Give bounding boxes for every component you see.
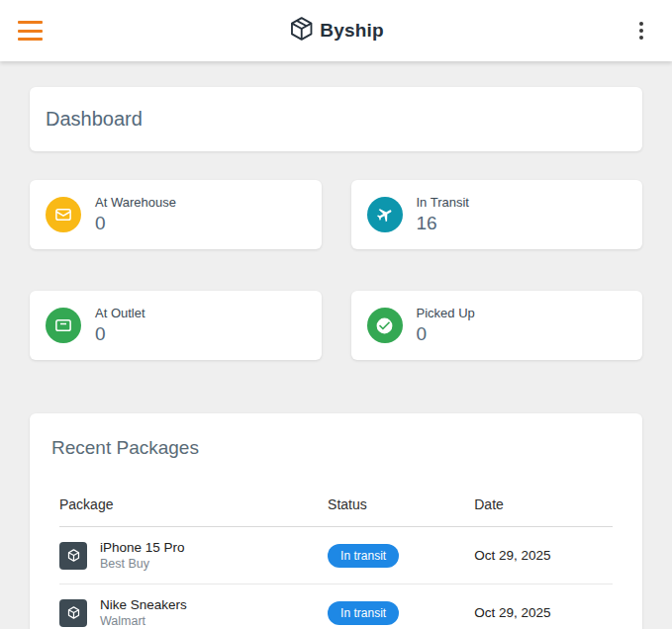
stat-card-at-outlet: At Outlet 0: [30, 291, 322, 360]
plane-icon: [367, 197, 403, 232]
stats-grid: At Warehouse 0 In Transit 16: [30, 180, 642, 360]
package-name: iPhone 15 Pro: [100, 540, 185, 555]
archive-icon: [46, 308, 81, 343]
packages-table: Package Status Date: [30, 485, 642, 629]
stat-value: 0: [95, 323, 145, 345]
package-store: Walmart: [100, 614, 187, 628]
column-header-package: Package: [59, 485, 328, 527]
kebab-menu-icon: [639, 22, 643, 26]
package-date: Oct 29, 2025: [474, 527, 613, 584]
section-title: Recent Packages: [30, 437, 642, 485]
box-logo-icon: [288, 16, 314, 45]
package-icon: [59, 599, 87, 627]
stat-card-picked-up: Picked Up 0: [351, 291, 643, 360]
kebab-menu-button[interactable]: [628, 18, 654, 44]
package-date: Oct 29, 2025: [474, 584, 613, 629]
recent-packages-card: Recent Packages Package Status Date: [30, 413, 642, 629]
column-header-status: Status: [328, 485, 474, 527]
table-row[interactable]: Nike Sneakers Walmart In transit Oct 29,…: [59, 584, 613, 629]
stat-label: At Warehouse: [95, 195, 176, 210]
stat-label: Picked Up: [417, 306, 475, 320]
check-circle-icon: [367, 308, 403, 343]
package-name: Nike Sneakers: [100, 597, 187, 612]
hamburger-menu-button[interactable]: [18, 19, 48, 43]
stat-value: 0: [417, 323, 475, 345]
dashboard-card: Dashboard: [30, 87, 642, 151]
stat-value: 0: [95, 213, 176, 234]
main-content: Dashboard At Warehouse 0 In Transi: [0, 61, 672, 629]
status-badge: In transit: [328, 544, 399, 568]
stat-card-at-warehouse: At Warehouse 0: [30, 180, 322, 249]
page-title: Dashboard: [46, 108, 626, 131]
column-header-date: Date: [474, 485, 613, 527]
envelope-icon: [46, 197, 81, 232]
status-badge: In transit: [328, 601, 399, 625]
hamburger-icon: [18, 21, 43, 24]
app-title: Byship: [320, 20, 384, 42]
package-icon: [59, 542, 87, 570]
stat-label: At Outlet: [95, 306, 145, 320]
stat-value: 16: [417, 213, 469, 234]
stat-label: In Transit: [417, 195, 469, 210]
package-store: Best Buy: [100, 557, 185, 571]
app-header: Byship: [0, 0, 672, 61]
stat-card-in-transit: In Transit 16: [351, 180, 643, 249]
app-logo: Byship: [288, 16, 384, 45]
table-row[interactable]: iPhone 15 Pro Best Buy In transit Oct 29…: [59, 527, 613, 584]
